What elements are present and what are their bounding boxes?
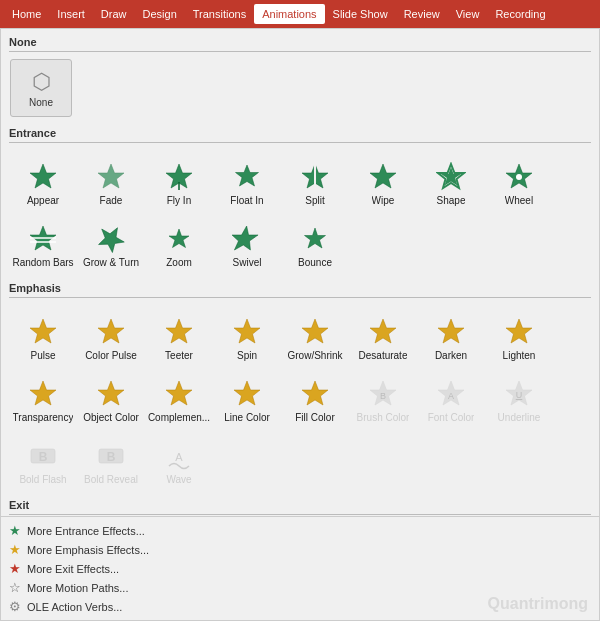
emphasis-item-font-color: AFont Color	[417, 364, 485, 426]
entrance-icon	[232, 224, 262, 254]
footer-link-1[interactable]: ★More Emphasis Effects...	[9, 540, 591, 559]
svg-marker-1	[98, 164, 124, 188]
entrance-item-wipe[interactable]: Wipe	[349, 147, 417, 209]
emphasis-icon	[28, 379, 58, 409]
emphasis-item-lighten[interactable]: Lighten	[485, 302, 553, 364]
entrance-icon	[300, 162, 330, 192]
entrance-item-fade[interactable]: Fade	[77, 147, 145, 209]
emphasis-icon	[164, 379, 194, 409]
entrance-item-grow-&-turn[interactable]: Grow & Turn	[77, 209, 145, 271]
svg-marker-25	[302, 319, 328, 343]
emphasis-label: Brush Color	[357, 412, 410, 424]
emphasis-icon: A	[164, 441, 194, 471]
emphasis-item-line-color[interactable]: Line Color	[213, 364, 281, 426]
menu-review[interactable]: Review	[396, 4, 448, 24]
emphasis-icon	[96, 379, 126, 409]
entrance-icon	[504, 162, 534, 192]
none-item[interactable]: ⬡ None	[10, 59, 72, 117]
emphasis-icon: U	[504, 379, 534, 409]
entrance-item-bounce[interactable]: Bounce	[281, 209, 349, 271]
menu-insert[interactable]: Insert	[49, 4, 93, 24]
svg-marker-22	[98, 319, 124, 343]
svg-point-13	[516, 174, 522, 180]
svg-marker-17	[96, 224, 126, 254]
emphasis-label: Line Color	[224, 412, 270, 424]
menu-recording[interactable]: Recording	[487, 4, 553, 24]
section-emphasis-header: Emphasis	[9, 279, 591, 298]
panel-scroll[interactable]: None ⬡ None Entrance AppearFadeFly InFlo…	[1, 29, 599, 516]
footer-link-label: OLE Action Verbs...	[27, 601, 122, 613]
emphasis-item-desaturate[interactable]: Desaturate	[349, 302, 417, 364]
emphasis-item-transparency[interactable]: Transparency	[9, 364, 77, 426]
footer-link-label: More Entrance Effects...	[27, 525, 145, 537]
svg-marker-18	[169, 229, 189, 248]
emphasis-icon	[232, 379, 262, 409]
svg-marker-4	[236, 165, 259, 186]
emphasis-label: Darken	[435, 350, 467, 362]
emphasis-item-bold-reveal: BBold Reveal	[77, 426, 145, 488]
footer-star-icon: ★	[9, 561, 21, 576]
entrance-label: Bounce	[298, 257, 332, 269]
emphasis-item-wave: AWave	[145, 426, 213, 488]
emphasis-label: Teeter	[165, 350, 193, 362]
menu-animations[interactable]: Animations	[254, 4, 324, 24]
entrance-icon	[164, 162, 194, 192]
menu-transitions[interactable]: Transitions	[185, 4, 254, 24]
emphasis-icon	[96, 317, 126, 347]
emphasis-item-color-pulse[interactable]: Color Pulse	[77, 302, 145, 364]
entrance-item-fly-in[interactable]: Fly In	[145, 147, 213, 209]
emphasis-item-object-color[interactable]: Object Color	[77, 364, 145, 426]
section-none-header: None	[9, 33, 591, 52]
footer-link-label: More Emphasis Effects...	[27, 544, 149, 556]
section-exit-header: Exit	[9, 496, 591, 515]
svg-marker-27	[438, 319, 464, 343]
emphasis-item-pulse[interactable]: Pulse	[9, 302, 77, 364]
footer-link-2[interactable]: ★More Exit Effects...	[9, 559, 591, 578]
entrance-label: Fade	[100, 195, 123, 207]
svg-marker-30	[98, 381, 124, 405]
footer-link-label: More Motion Paths...	[27, 582, 129, 594]
menubar: Home Insert Draw Design Transitions Anim…	[0, 0, 600, 28]
footer-link-0[interactable]: ★More Entrance Effects...	[9, 521, 591, 540]
emphasis-icon	[300, 379, 330, 409]
svg-marker-9	[370, 164, 396, 188]
footer-link-3[interactable]: ☆More Motion Paths...	[9, 578, 591, 597]
menu-slideshow[interactable]: Slide Show	[325, 4, 396, 24]
emphasis-item-grow-shrink[interactable]: Grow/Shrink	[281, 302, 349, 364]
emphasis-item-darken[interactable]: Darken	[417, 302, 485, 364]
footer-star-icon: ⚙	[9, 599, 21, 614]
entrance-icon	[164, 224, 194, 254]
none-grid: ⬡ None	[9, 56, 591, 124]
emphasis-label: Grow/Shrink	[287, 350, 342, 362]
emphasis-item-teeter[interactable]: Teeter	[145, 302, 213, 364]
emphasis-icon: B	[368, 379, 398, 409]
emphasis-label: Spin	[237, 350, 257, 362]
emphasis-label: Wave	[166, 474, 191, 486]
menu-draw[interactable]: Draw	[93, 4, 135, 24]
entrance-item-random-bars[interactable]: Random Bars	[9, 209, 77, 271]
menu-design[interactable]: Design	[135, 4, 185, 24]
emphasis-item-brush-color: BBrush Color	[349, 364, 417, 426]
entrance-icon	[368, 162, 398, 192]
entrance-item-appear[interactable]: Appear	[9, 147, 77, 209]
entrance-item-wheel[interactable]: Wheel	[485, 147, 553, 209]
footer-link-4[interactable]: ⚙OLE Action Verbs...	[9, 597, 591, 616]
emphasis-label: Color Pulse	[85, 350, 137, 362]
emphasis-label: Lighten	[503, 350, 536, 362]
entrance-item-float-in[interactable]: Float In	[213, 147, 281, 209]
menu-view[interactable]: View	[448, 4, 488, 24]
emphasis-label: Bold Reveal	[84, 474, 138, 486]
svg-marker-31	[166, 381, 192, 405]
emphasis-item-fill-color[interactable]: Fill Color	[281, 364, 349, 426]
emphasis-icon	[164, 317, 194, 347]
entrance-item-split[interactable]: Split	[281, 147, 349, 209]
entrance-label: Fly In	[167, 195, 191, 207]
entrance-item-shape[interactable]: Shape	[417, 147, 485, 209]
svg-marker-19	[232, 226, 260, 250]
menu-home[interactable]: Home	[4, 4, 49, 24]
entrance-item-zoom[interactable]: Zoom	[145, 209, 213, 271]
emphasis-item-complemen-[interactable]: Complemen...	[145, 364, 213, 426]
emphasis-item-spin[interactable]: Spin	[213, 302, 281, 364]
entrance-icon	[96, 224, 126, 254]
entrance-item-swivel[interactable]: Swivel	[213, 209, 281, 271]
